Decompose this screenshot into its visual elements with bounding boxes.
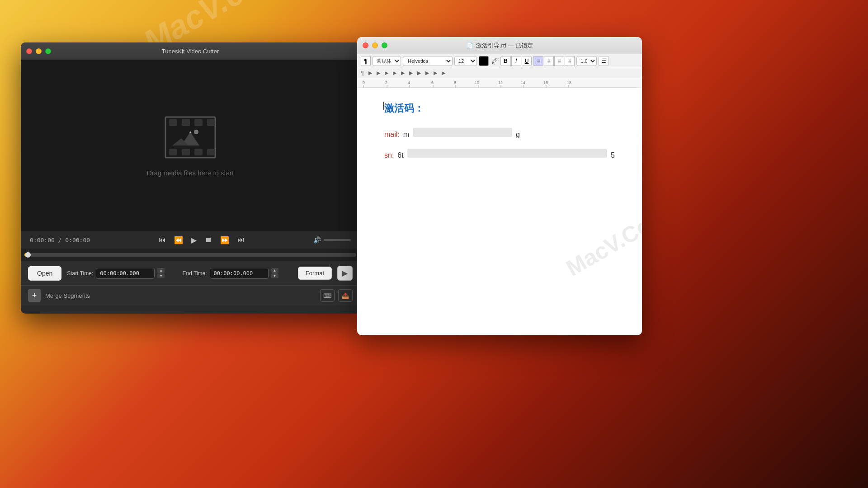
sn-start: 6t xyxy=(397,151,403,160)
skip-to-start-button[interactable]: ⏮ xyxy=(156,235,168,245)
svg-text:6: 6 xyxy=(431,80,434,85)
playback-controls: ⏮ ⏪ ▶ ⏹ ⏩ ⏭ xyxy=(156,235,247,246)
nav-arrows-group: ▶ ▶ ▶ ▶ ▶ ▶ ▶ ▶ ▶ ▶ xyxy=(367,70,447,76)
nav-play10-button[interactable]: ▶ xyxy=(440,70,447,76)
mail-blurred xyxy=(413,128,512,137)
mail-label: mail: xyxy=(384,131,400,139)
volume-slider[interactable] xyxy=(324,239,351,241)
minimize-button[interactable] xyxy=(36,48,42,54)
ruler-svg: 0 2 4 6 8 10 12 14 16 18 xyxy=(359,78,640,88)
progress-handle[interactable] xyxy=(25,252,31,258)
start-time-group: Start Time: ▲ ▼ xyxy=(67,268,177,279)
stop-button[interactable]: ⏹ xyxy=(203,235,214,245)
mail-end: g xyxy=(516,131,520,139)
add-segment-button[interactable]: + xyxy=(28,289,41,302)
video-drop-area[interactable]: Drag media files here to start xyxy=(21,60,360,231)
nav-play2-button[interactable]: ▶ xyxy=(375,70,382,76)
mail-start: m xyxy=(403,131,409,139)
bottom-controls: Open Start Time: ▲ ▼ End Time: ▲ ▼ Forma… xyxy=(21,261,360,285)
rtf-minimize-button[interactable] xyxy=(372,42,378,48)
rtf-toolbar-row2: ¶ ▶ ▶ ▶ ▶ ▶ ▶ ▶ ▶ ▶ ▶ xyxy=(357,68,642,78)
svg-text:16: 16 xyxy=(543,80,548,85)
maximize-button[interactable] xyxy=(45,48,51,54)
format-button-group: B I U xyxy=(500,56,532,66)
align-justify-button[interactable]: ≡ xyxy=(565,56,575,66)
underline-button[interactable]: U xyxy=(522,56,532,66)
nav-play3-button[interactable]: ▶ xyxy=(383,70,390,76)
svg-text:2: 2 xyxy=(385,80,387,85)
svg-rect-8 xyxy=(207,149,215,155)
merge-segments-label: Merge Segments xyxy=(45,292,90,299)
svg-text:18: 18 xyxy=(567,80,571,85)
sn-blurred xyxy=(407,149,607,158)
prev-frame-button[interactable]: ⏪ xyxy=(172,235,185,246)
nav-play8-button[interactable]: ▶ xyxy=(424,70,431,76)
rtf-maximize-button[interactable] xyxy=(382,42,387,48)
italic-button[interactable]: I xyxy=(511,56,521,66)
video-cutter-window: TunesKit Video Cutter Dr xyxy=(21,42,360,314)
rtf-titlebar: 📄 激活引导.rtf — 已锁定 xyxy=(357,37,642,54)
color-dropper-icon[interactable]: 🖉 xyxy=(491,56,499,66)
size-select[interactable]: 12 xyxy=(454,56,477,66)
style-select[interactable]: 常规体 xyxy=(373,56,401,66)
end-time-input[interactable] xyxy=(210,268,269,279)
end-time-up[interactable]: ▲ xyxy=(271,268,278,273)
nav-play9-button[interactable]: ▶ xyxy=(432,70,439,76)
svg-rect-3 xyxy=(194,119,203,126)
bold-button[interactable]: B xyxy=(500,56,511,66)
list-button[interactable]: ☰ xyxy=(599,56,609,66)
close-button[interactable] xyxy=(26,48,32,54)
svg-text:14: 14 xyxy=(521,80,525,85)
rtf-close-button[interactable] xyxy=(363,42,368,48)
svg-text:12: 12 xyxy=(498,80,503,85)
rtf-toolbar-row1: ¶ 常规体 Helvetica 12 🖉 B I U ≡ ≡ ≡ ≡ 1.0 ☰ xyxy=(357,54,642,68)
next-frame-button[interactable]: ⏩ xyxy=(218,235,231,246)
timeline-bar[interactable] xyxy=(21,249,360,261)
svg-rect-4 xyxy=(207,119,215,126)
start-time-down[interactable]: ▼ xyxy=(157,273,165,278)
film-icon xyxy=(156,115,224,169)
nav-play7-button[interactable]: ▶ xyxy=(415,70,423,76)
line-spacing-select[interactable]: 1.0 xyxy=(576,56,597,66)
mail-field: mail: m g xyxy=(384,128,615,139)
align-center-button[interactable]: ≡ xyxy=(544,56,554,66)
paragraph-mark: ¶ xyxy=(361,70,364,76)
sn-end: 5 xyxy=(611,151,615,160)
play-button[interactable]: ▶ xyxy=(189,235,199,246)
fast-forward-button[interactable]: ⏭ xyxy=(235,235,247,245)
nav-play6-button[interactable]: ▶ xyxy=(407,70,415,76)
video-cutter-titlebar: TunesKit Video Cutter xyxy=(21,42,360,60)
time-bar: 0:00:00 / 0:00:00 ⏮ ⏪ ▶ ⏹ ⏩ ⏭ 🔊 xyxy=(21,231,360,249)
volume-icon: 🔊 xyxy=(313,236,321,244)
svg-text:8: 8 xyxy=(454,80,456,85)
paragraph-style-button[interactable]: ¶ xyxy=(361,56,371,66)
nav-play5-button[interactable]: ▶ xyxy=(399,70,406,76)
end-time-stepper: ▲ ▼ xyxy=(271,268,278,278)
traffic-lights xyxy=(26,48,51,54)
text-color-swatch[interactable] xyxy=(479,56,489,66)
subtitles-icon-button[interactable]: ⌨ xyxy=(320,289,335,302)
volume-area: 🔊 xyxy=(313,236,351,244)
end-time-down[interactable]: ▼ xyxy=(271,273,278,278)
svg-rect-1 xyxy=(169,119,177,126)
ruler: 0 2 4 6 8 10 12 14 16 18 xyxy=(357,78,642,88)
progress-track[interactable] xyxy=(24,253,356,257)
align-right-button[interactable]: ≡ xyxy=(554,56,564,66)
font-select[interactable]: Helvetica xyxy=(403,56,453,66)
format-button[interactable]: Format xyxy=(298,267,332,280)
svg-rect-5 xyxy=(169,149,177,155)
nav-play4-button[interactable]: ▶ xyxy=(391,70,398,76)
open-button[interactable]: Open xyxy=(28,266,61,281)
export-icon-button[interactable]: 📤 xyxy=(338,289,353,302)
rtf-title: 📄 激活引导.rtf — 已锁定 xyxy=(466,42,533,50)
start-time-input[interactable] xyxy=(96,268,155,279)
align-button-group: ≡ ≡ ≡ ≡ xyxy=(533,56,575,66)
window-title: TunesKit Video Cutter xyxy=(162,48,219,55)
start-time-up[interactable]: ▲ xyxy=(157,268,165,273)
rtf-traffic-lights xyxy=(363,42,387,48)
nav-play-button[interactable]: ▶ xyxy=(367,70,374,76)
start-time-stepper: ▲ ▼ xyxy=(157,268,165,278)
svg-rect-7 xyxy=(194,149,203,155)
align-left-button[interactable]: ≡ xyxy=(533,56,543,66)
export-button[interactable]: ▶ xyxy=(337,266,353,281)
